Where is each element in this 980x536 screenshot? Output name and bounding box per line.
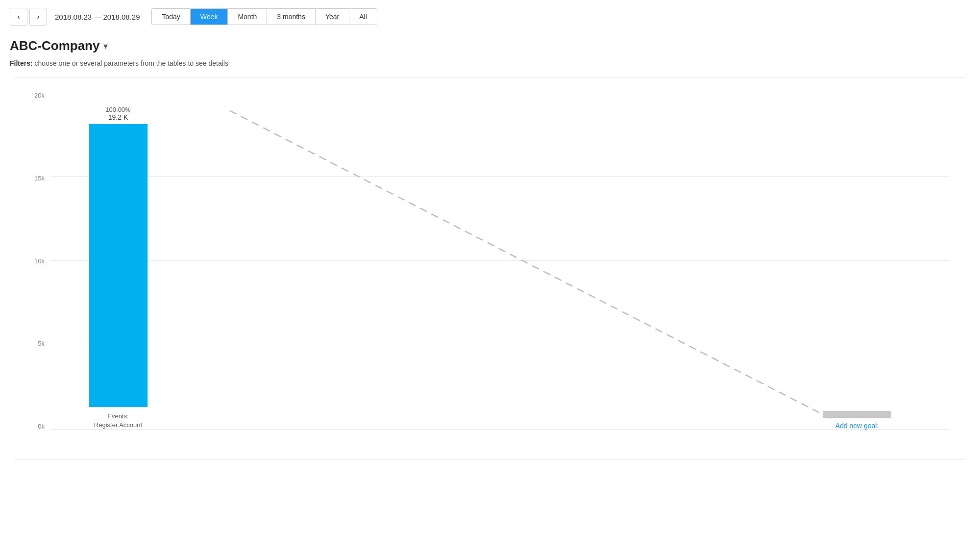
company-header: ABC-Company ▾ xyxy=(10,38,970,53)
y-label-10k: 10k xyxy=(20,258,45,264)
grid-line-0 xyxy=(49,429,950,430)
bar-group: 100.00% 19.2 K Events:Register Account xyxy=(89,106,147,430)
y-label-5k: 5k xyxy=(20,340,45,347)
goal-bar xyxy=(823,411,891,418)
page-content: ABC-Company ▾ Filters: choose one or sev… xyxy=(0,33,980,469)
period-tabs: Today Week Month 3 months Year All xyxy=(151,8,377,25)
y-label-0k: 0k xyxy=(20,423,45,430)
company-dropdown-icon[interactable]: ▾ xyxy=(103,41,108,51)
prev-button[interactable]: ‹ xyxy=(10,8,27,26)
next-button[interactable]: › xyxy=(29,8,47,26)
tab-today[interactable]: Today xyxy=(152,9,190,25)
nav-buttons: ‹ › xyxy=(10,8,47,26)
bar-value-label: 19.2 K xyxy=(105,113,130,121)
tab-week[interactable]: Week xyxy=(191,9,228,25)
grid-line-50 xyxy=(49,260,950,261)
date-range: 2018.08.23 — 2018.08.29 xyxy=(55,13,140,21)
tab-year[interactable]: Year xyxy=(316,9,349,25)
goal-bar-group: Add new goal: xyxy=(823,411,891,430)
company-title: ABC-Company xyxy=(10,38,99,53)
filters-row: Filters: choose one or several parameter… xyxy=(10,59,970,67)
grid-line-75 xyxy=(49,176,950,177)
bar-percent-label: 100.00% xyxy=(105,106,130,113)
trend-line-svg xyxy=(49,92,950,430)
y-axis: 0k 5k 10k 15k 20k xyxy=(20,92,45,430)
bar-x-label: Events:Register Account xyxy=(94,412,142,430)
tab-month[interactable]: Month xyxy=(228,9,267,25)
svg-line-0 xyxy=(230,110,833,419)
filters-text: choose one or several parameters from th… xyxy=(35,59,228,67)
top-bar: ‹ › 2018.08.23 — 2018.08.29 Today Week M… xyxy=(0,0,980,33)
grid-line-100 xyxy=(49,92,950,92)
chart-area: 0k 5k 10k 15k 20k 100.00% 19.2 K xyxy=(49,92,950,430)
filters-label: Filters: xyxy=(10,59,33,67)
chart-container: 0k 5k 10k 15k 20k 100.00% 19.2 K xyxy=(15,77,965,459)
tab-3months[interactable]: 3 months xyxy=(267,9,316,25)
add-new-goal-button[interactable]: Add new goal: xyxy=(835,422,879,430)
bar-label-top: 100.00% 19.2 K xyxy=(105,106,130,121)
tab-all[interactable]: All xyxy=(349,9,377,25)
bar xyxy=(89,124,147,407)
grid-lines xyxy=(49,92,950,430)
grid-line-25 xyxy=(49,345,950,345)
y-label-15k: 15k xyxy=(20,175,45,181)
y-label-20k: 20k xyxy=(20,92,45,99)
